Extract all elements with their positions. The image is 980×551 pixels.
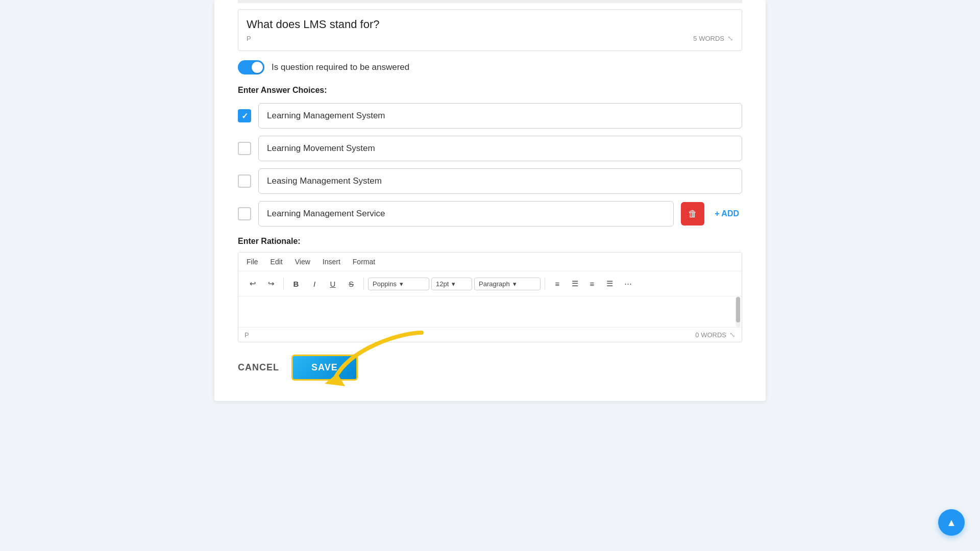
paragraph-value: Paragraph [479, 280, 510, 288]
answer-choice-row-4: 🗑 + ADD [238, 201, 742, 227]
answer-input-2[interactable] [258, 136, 742, 161]
underline-button[interactable]: U [325, 276, 341, 292]
editor-body[interactable] [238, 296, 742, 327]
font-select[interactable]: Poppins ▾ [368, 278, 429, 290]
rationale-editor: File Edit View Insert Format ↩ ↪ B I U S… [238, 252, 742, 342]
answer-checkbox-4[interactable] [238, 207, 251, 220]
editor-footer: P 0 WORDS ⤡ [238, 327, 742, 342]
answer-choice-row-2 [238, 136, 742, 161]
align-right-button[interactable]: ≡ [584, 276, 600, 292]
undo-button[interactable]: ↩ [244, 276, 261, 292]
cancel-button[interactable]: CANCEL [238, 362, 279, 373]
editor-word-count: 0 WORDS [695, 331, 726, 339]
delete-choice-button[interactable]: 🗑 [681, 202, 704, 226]
required-toggle-label: Is question required to be answered [272, 62, 409, 72]
answer-input-1[interactable] [258, 103, 742, 129]
strikethrough-button[interactable]: S [343, 276, 359, 292]
answer-choice-row-3 [238, 168, 742, 194]
answer-input-4[interactable] [258, 201, 674, 227]
editor-scrollbar[interactable] [736, 296, 741, 327]
editor-resize-icon[interactable]: ⤡ [729, 331, 736, 339]
paragraph-chevron: ▾ [513, 280, 517, 288]
main-card: What does LMS stand for? P 5 WORDS ⤡ Is … [214, 0, 766, 401]
trash-icon: 🗑 [688, 209, 697, 219]
font-size-select[interactable]: 12pt ▾ [431, 278, 472, 290]
question-footer: P 5 WORDS ⤡ [247, 31, 733, 42]
answer-choice-row-1 [238, 103, 742, 129]
rationale-label: Enter Rationale: [238, 237, 742, 246]
italic-button[interactable]: I [306, 276, 323, 292]
font-select-value: Poppins [373, 280, 397, 288]
editor-toolbar: ↩ ↪ B I U S Poppins ▾ 12pt ▾ Paragraph [238, 271, 742, 296]
question-p-label: P [247, 35, 251, 42]
menu-view[interactable]: View [295, 258, 310, 266]
toolbar-sep-3 [545, 278, 545, 290]
required-toggle-row: Is question required to be answered [238, 60, 742, 74]
save-button[interactable]: SAVE [291, 355, 358, 381]
font-size-value: 12pt [436, 280, 449, 288]
actions-row: CANCEL SAVE [238, 355, 742, 381]
question-word-count: 5 WORDS ⤡ [693, 34, 733, 42]
menu-edit[interactable]: Edit [271, 258, 283, 266]
answer-checkbox-2[interactable] [238, 142, 251, 155]
editor-scrollbar-thumb [736, 297, 740, 322]
question-area: What does LMS stand for? P 5 WORDS ⤡ [238, 9, 742, 51]
font-select-chevron: ▾ [400, 280, 403, 288]
required-toggle[interactable] [238, 60, 264, 74]
menu-format[interactable]: Format [353, 258, 375, 266]
more-options-button[interactable]: ⋯ [620, 276, 636, 292]
align-group: ≡ ☰ ≡ ☰ [549, 276, 618, 292]
toolbar-sep-1 [283, 278, 284, 290]
paragraph-select[interactable]: Paragraph ▾ [474, 278, 541, 290]
font-size-chevron: ▾ [452, 280, 455, 288]
editor-menubar: File Edit View Insert Format [238, 253, 742, 271]
align-justify-button[interactable]: ☰ [601, 276, 618, 292]
menu-file[interactable]: File [247, 258, 258, 266]
redo-button[interactable]: ↪ [263, 276, 279, 292]
question-resize-icon[interactable]: ⤡ [727, 34, 733, 42]
fab-icon: ▲ [946, 517, 957, 529]
question-word-count-value: 5 WORDS [693, 35, 724, 42]
align-center-button[interactable]: ☰ [567, 276, 583, 292]
bold-button[interactable]: B [288, 276, 304, 292]
fab-button[interactable]: ▲ [938, 509, 965, 536]
editor-p-label: P [244, 331, 249, 339]
scroll-hint [238, 0, 742, 3]
question-text: What does LMS stand for? [247, 18, 733, 31]
align-left-button[interactable]: ≡ [549, 276, 566, 292]
page-wrapper: What does LMS stand for? P 5 WORDS ⤡ Is … [0, 0, 980, 551]
answer-choices-label: Enter Answer Choices: [238, 86, 742, 95]
answer-input-3[interactable] [258, 168, 742, 194]
menu-insert[interactable]: Insert [323, 258, 340, 266]
answer-checkbox-1[interactable] [238, 109, 251, 122]
toolbar-sep-2 [363, 278, 364, 290]
editor-body-wrap [238, 296, 742, 327]
add-choice-button[interactable]: + ADD [712, 209, 742, 218]
answer-checkbox-3[interactable] [238, 174, 251, 188]
